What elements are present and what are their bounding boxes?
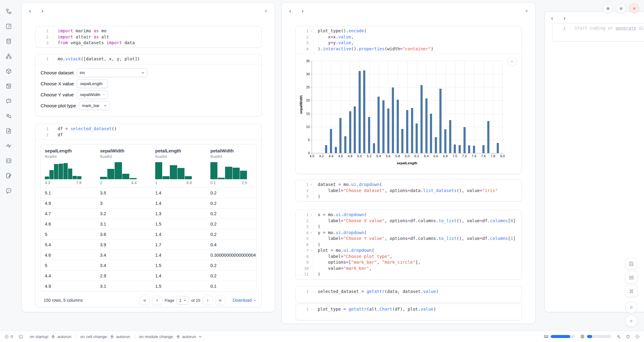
snippets-icon[interactable] xyxy=(3,155,14,166)
control-row-dataset: Choose dataset iris xyxy=(36,67,261,78)
column-header-petalWidth[interactable]: petalWidthfloat640.12.5 xyxy=(206,148,257,186)
y-tick-label: 0 xyxy=(301,151,310,155)
prev-page-button[interactable]: ‹ xyxy=(152,296,162,305)
column-header-sepalLength[interactable]: sepalLengthfloat644.37.9 xyxy=(41,148,96,186)
table-row[interactable]: 5.43.91.70.4setosa xyxy=(41,239,256,250)
column-header-sepalWidth[interactable]: sepalWidthfloat6424.4 xyxy=(96,148,151,186)
on-startup-config[interactable]: on startup: autorun xyxy=(30,334,72,339)
command-palette-button[interactable] xyxy=(625,285,638,297)
code-editor[interactable]: 1dataset = mo.ui.dropdown(2 label="Choos… xyxy=(296,180,521,201)
table-cell: 1.3 xyxy=(151,211,206,216)
y-tick-label: 30 xyxy=(301,72,310,76)
ai-assist-icon[interactable] xyxy=(616,334,621,339)
copilot-icon[interactable] xyxy=(626,334,630,339)
documentation-icon[interactable] xyxy=(3,126,14,136)
table-footer: 150 rows, 5 columns « ‹ Page 1 of 15 › » xyxy=(41,295,256,305)
table-row[interactable]: 5.13.51.40.2setosa xyxy=(41,187,256,198)
file-tree-icon[interactable] xyxy=(3,6,14,16)
column-prev-icon[interactable] xyxy=(27,8,34,15)
x-value-dropdown[interactable]: sepalLength xyxy=(77,79,108,88)
page-select[interactable]: 1 xyxy=(177,296,188,305)
control-row-plot-type: Choose plot type mark_bar xyxy=(36,100,261,111)
code-editor[interactable]: 1mo.vstack([dataset, x, y, plot]) xyxy=(36,54,261,64)
first-page-button[interactable]: « xyxy=(140,296,150,305)
bar xyxy=(416,123,418,153)
y-value-dropdown[interactable]: sepalWidth xyxy=(77,90,108,99)
column-prev-icon[interactable] xyxy=(287,8,294,15)
bar xyxy=(339,118,342,153)
code-editor[interactable]: 1df = selected_dataset()2df xyxy=(36,124,261,140)
connection-status-icon[interactable] xyxy=(635,334,640,339)
code-editor[interactable]: 1selected_dataset = getattr(data, datase… xyxy=(296,289,521,295)
on-module-change-config[interactable]: on module change: autorun xyxy=(139,334,203,339)
column-header-petalLength[interactable]: petalLengthfloat6416.9 xyxy=(151,148,206,186)
bar xyxy=(482,145,485,153)
fold-chevron-icon[interactable] xyxy=(310,231,313,234)
memory-icon xyxy=(544,334,549,339)
table-row[interactable]: 4.93.11.50.1setosa xyxy=(41,281,256,291)
download-button[interactable]: Download xyxy=(233,298,256,303)
scratchpad-icon[interactable] xyxy=(3,170,14,181)
tracing-icon[interactable] xyxy=(3,141,14,151)
fold-chevron-icon[interactable] xyxy=(310,183,313,186)
table-cell: 4.7 xyxy=(41,211,96,216)
stop-button[interactable] xyxy=(625,301,638,313)
save-button[interactable] xyxy=(625,258,638,270)
code-line: 3) xyxy=(296,224,521,230)
column-prev-icon[interactable] xyxy=(549,15,556,22)
code-editor[interactable]: 1 Start coding or generate with AI xyxy=(553,23,644,33)
column-next-icon[interactable] xyxy=(39,8,46,15)
add-cell-icon[interactable] xyxy=(262,7,270,15)
altair-bar-chart[interactable]: sepalWidth 4.04.24.44.64.85.05.25.45.65.… xyxy=(296,54,521,172)
plot-area[interactable]: 4.04.24.44.64.85.05.25.45.65.86.06.26.46… xyxy=(312,61,503,153)
table-row[interactable]: 4.931.40.2setosa xyxy=(41,198,256,208)
settings-gear-icon[interactable] xyxy=(616,3,626,13)
terminal-icon[interactable] xyxy=(19,334,23,339)
code-line: 2 label="Choose dataset", options=data.l… xyxy=(296,188,521,194)
packages-icon[interactable] xyxy=(3,66,14,76)
code-line: 7plot = mo.ui.dropdown( xyxy=(296,248,521,254)
table-row[interactable]: 4.63.11.50.2setosa xyxy=(41,219,256,229)
layout-panels-button[interactable] xyxy=(625,271,638,283)
line-number: 1 xyxy=(296,212,313,218)
table-row[interactable]: 4.42.91.40.2setosa xyxy=(41,270,256,281)
datasources-icon[interactable] xyxy=(3,36,14,46)
last-page-button[interactable]: » xyxy=(215,296,225,305)
table-row[interactable]: 53.61.40.2setosa xyxy=(41,229,256,239)
column-next-icon[interactable] xyxy=(561,15,568,22)
helper-functions-icon[interactable]: f xyxy=(3,21,14,31)
chart-menu-icon[interactable]: •• xyxy=(507,56,517,66)
outline-icon[interactable] xyxy=(3,81,14,91)
code-editor[interactable]: 1x = mo.ui.dropdown(2 label="Choose X va… xyxy=(296,210,521,279)
cpu-usage-bar xyxy=(587,335,611,338)
generate-with-ai-link[interactable]: generate xyxy=(616,26,636,30)
table-cell: 4.6 xyxy=(41,253,96,258)
close-icon[interactable] xyxy=(629,3,639,13)
dependency-graph-icon[interactable] xyxy=(3,51,14,61)
help-icon[interactable]: ? xyxy=(3,185,14,196)
chat-icon[interactable] xyxy=(3,96,14,106)
on-cell-change-config[interactable]: on cell change: autorun xyxy=(80,334,130,339)
run-all-button[interactable] xyxy=(625,315,638,327)
column-next-icon[interactable] xyxy=(299,8,306,15)
code-editor[interactable]: 1plot_type = getattr(alt.Chart(df), plot… xyxy=(296,306,521,312)
add-cell-icon[interactable] xyxy=(523,7,531,15)
code-editor[interactable]: 1import marimo as mo2import altair as al… xyxy=(36,26,261,48)
table-row[interactable]: 4.63.41.40.30000000000000004setosa xyxy=(41,250,256,260)
menu-icon[interactable] xyxy=(603,3,613,13)
plot-type-dropdown[interactable]: mark_bar xyxy=(79,101,110,110)
next-page-button[interactable]: › xyxy=(203,296,213,305)
errors-indicator[interactable]: 0 xyxy=(4,334,13,339)
table-row[interactable]: 4.73.21.30.2setosa xyxy=(41,208,256,219)
logs-icon[interactable] xyxy=(3,111,14,121)
fold-chevron-icon[interactable] xyxy=(310,213,313,216)
fold-chevron-icon[interactable] xyxy=(310,30,313,32)
code-line: 10 value="mark_bar", xyxy=(296,265,521,272)
table-row[interactable]: 53.41.50.2setosa xyxy=(41,260,256,270)
fold-chevron-icon[interactable] xyxy=(310,249,313,252)
line-number: 1 xyxy=(36,56,53,62)
dataset-dropdown[interactable]: iris xyxy=(77,68,148,77)
line-number: 10 xyxy=(296,265,313,272)
bar xyxy=(454,144,456,153)
code-editor[interactable]: 1plot_type().encode(2 x=x.value,3 y=y.va… xyxy=(296,26,521,54)
